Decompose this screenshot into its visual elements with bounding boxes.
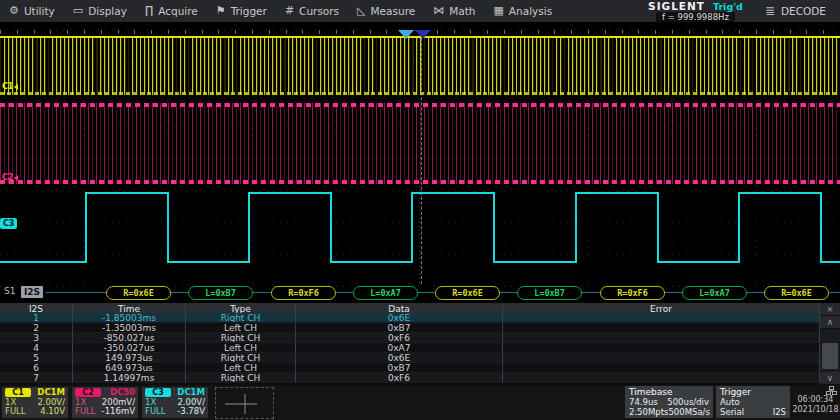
scroll-up-icon[interactable]: ∧ — [820, 316, 840, 329]
c2-position-marker[interactable]: C2 — [2, 173, 18, 182]
decode-segment: R=0x6E — [106, 286, 171, 300]
decode-result-table: I2S Time Type Data Error 1 -1.85003ms Ri… — [0, 303, 840, 385]
c3-bandwidth: FULL — [145, 407, 166, 417]
clock-date: 2021/10/18 — [792, 405, 839, 415]
scrollbar-thumb[interactable] — [822, 343, 838, 369]
c2-badge: C2 — [75, 388, 101, 397]
trigger-position-line — [421, 38, 422, 284]
c3-ws-waveform — [0, 22, 840, 303]
menu-bar: ⚙ Utility ▭ Display ∏ Acquire ⚑ Trigger … — [0, 0, 840, 23]
cursors-icon: # — [285, 0, 294, 22]
decode-segment: R=0x6E — [764, 286, 829, 300]
menu-measure[interactable]: ◺ Measure — [348, 0, 424, 22]
c1-arrow-icon — [14, 84, 18, 90]
decode-segment: R=0x6E — [435, 286, 500, 300]
menu-acquire[interactable]: ∏ Acquire — [136, 0, 207, 22]
table-scrollbar: × ∧ ∨ — [820, 303, 840, 385]
flag-icon: ⚑ — [216, 0, 226, 22]
waveform-display: C1 C2 C3 S1 I2S R=0x6E L=0xB7 R=0xF6 L=0… — [0, 22, 840, 303]
menu-math[interactable]: ⋈ Math — [424, 0, 484, 22]
math-icon: ⋈ — [433, 0, 444, 22]
channel-box-c1[interactable]: C1 DC1M 1X 2.00V/ FULL 4.10V — [2, 387, 68, 418]
menu-display-label: Display — [88, 5, 127, 17]
timebase-delay: 74.9us — [629, 397, 658, 407]
list-icon: ≣ — [765, 4, 775, 18]
timebase-scale: 500us/div — [667, 397, 709, 407]
status-bar: C1 DC1M 1X 2.00V/ FULL 4.10V C2 DC50 1X … — [0, 385, 840, 420]
c3-offset: -3.78V — [177, 407, 205, 417]
bus-source-label: S1 — [4, 286, 15, 296]
table-close-button[interactable]: × — [820, 303, 840, 316]
trigger-position-marker-icon[interactable] — [415, 30, 431, 39]
channel-box-c3[interactable]: C3 DC1M 1X 2.00V/ FULL -3.78V — [142, 387, 208, 418]
c2-arrow-icon — [14, 175, 18, 181]
analysis-icon: ▦ — [493, 0, 503, 22]
c1-badge: C1 — [5, 388, 31, 397]
c3-waveform-path — [0, 193, 840, 262]
c3-badge: C3 — [145, 388, 171, 397]
clock-time: 06:00:34 — [792, 395, 839, 405]
trigger-title: Trigger — [720, 387, 786, 397]
measure-icon: ◺ — [357, 0, 365, 22]
decode-segment: L=0xA7 — [682, 286, 747, 300]
menu-utility[interactable]: ⚙ Utility — [0, 0, 64, 22]
trigger-mode: Auto — [720, 397, 740, 407]
c2-bandwidth: FULL — [75, 407, 96, 417]
clock-box: 06:00:34 2021/10/18 — [792, 386, 839, 418]
channel-box-c2[interactable]: C2 DC50 1X 200mV/ FULL -116mV — [72, 387, 138, 418]
trigger-type: Serial — [720, 407, 744, 417]
decode-menu-label: DECODE — [781, 5, 826, 17]
decode-segment: R=0xF6 — [600, 286, 665, 300]
menu-trigger-label: Trigger — [231, 5, 267, 17]
timebase-box[interactable]: Timebase 74.9us 500us/div 2.50Mpts 500MS… — [625, 386, 713, 418]
trigger-box[interactable]: Trigger Auto Serial I2S — [716, 386, 790, 418]
decode-segment: L=0xB7 — [188, 286, 253, 300]
decode-segment: R=0xF6 — [271, 286, 336, 300]
trigger-delay-marker-icon[interactable] — [398, 30, 414, 39]
c1-bandwidth: FULL — [5, 407, 26, 417]
decode-segment: L=0xB7 — [517, 286, 582, 300]
menu-analysis[interactable]: ▦ Analysis — [484, 0, 561, 22]
menu-cursors-label: Cursors — [299, 5, 339, 17]
decode-menu-button[interactable]: ≣ DECODE — [747, 0, 840, 22]
menu-analysis-label: Analysis — [509, 5, 552, 17]
menu-measure-label: Measure — [371, 5, 416, 17]
timebase-memory: 2.50Mpts — [629, 407, 668, 417]
c1-offset: 4.10V — [40, 407, 65, 417]
siglent-logo: SIGLENT — [648, 0, 705, 12]
menu-cursors[interactable]: # Cursors — [276, 0, 348, 22]
c3-position-marker[interactable]: C3 — [0, 218, 17, 229]
acquire-icon: ∏ — [145, 0, 153, 22]
menu-display[interactable]: ▭ Display — [64, 0, 136, 22]
decode-segment: L=0xA7 — [353, 286, 418, 300]
timebase-title: Timebase — [629, 387, 709, 397]
channel-placeholder-box[interactable] — [215, 387, 274, 419]
c2-offset: -116mV — [102, 407, 135, 417]
display-icon: ▭ — [73, 0, 83, 22]
trigger-status-badge: Trig'd — [713, 1, 743, 12]
c1-position-marker[interactable]: C1 — [2, 82, 18, 91]
bus-protocol-badge: I2S — [21, 286, 43, 298]
crosshair-icon — [223, 391, 267, 415]
timebase-samplerate: 500MSa/s — [668, 407, 709, 417]
network-icon — [826, 386, 837, 395]
menu-utility-label: Utility — [24, 5, 55, 17]
scroll-down-icon[interactable]: ∨ — [820, 372, 840, 385]
gear-icon: ⚙ — [9, 0, 19, 22]
menu-acquire-label: Acquire — [158, 5, 198, 17]
brand-block: SIGLENT Trig'd f = 999.9988Hz — [644, 0, 747, 22]
trigger-bus: I2S — [773, 407, 786, 417]
menu-math-label: Math — [449, 5, 475, 17]
menu-trigger[interactable]: ⚑ Trigger — [207, 0, 276, 22]
scrollbar-track[interactable] — [820, 329, 840, 372]
trigger-frequency-readout: f = 999.9988Hz — [656, 12, 735, 22]
oscilloscope-screen: ⚙ Utility ▭ Display ∏ Acquire ⚑ Trigger … — [0, 0, 840, 420]
